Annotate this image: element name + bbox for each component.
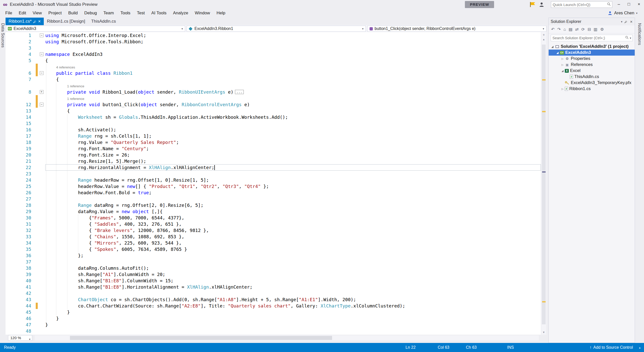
- scrollbar-track[interactable]: [541, 42, 546, 330]
- code-line[interactable]: 18 rng.Value = "Quarterly Sales Report";: [6, 139, 541, 145]
- code-line[interactable]: 2using Microsoft.Office.Tools.Ribbon;: [6, 38, 541, 45]
- fold-gutter[interactable]: −: [38, 51, 45, 57]
- collapse-arrow-icon[interactable]: ◢: [560, 69, 565, 72]
- code-line[interactable]: 34 { "Mirrors", 225, 600, 923, 544 },: [6, 240, 541, 246]
- tree-item-references[interactable]: ▷▣References: [549, 62, 635, 68]
- code-line[interactable]: 7 {: [6, 76, 541, 83]
- solution-explorer-search-input[interactable]: [551, 36, 625, 40]
- menu-item-team[interactable]: Team: [100, 9, 117, 17]
- code-line[interactable]: 32 { "Brake levers", 12000, 8766, 8456, …: [6, 227, 541, 233]
- data-sources-vertical-tab[interactable]: Data Sources: [1, 23, 5, 48]
- new-folder-icon[interactable]: ▤: [569, 27, 572, 32]
- codelens-row[interactable]: 4 references: [6, 64, 541, 70]
- collapse-arrow-icon[interactable]: ◢: [550, 45, 555, 48]
- properties-icon[interactable]: ⚙: [600, 27, 604, 32]
- collapse-arrow-icon[interactable]: ◢: [555, 51, 560, 54]
- collapse-region-icon[interactable]: −: [40, 52, 44, 56]
- zoom-selector[interactable]: 120 % ▾: [8, 335, 32, 341]
- code-line[interactable]: 42: [6, 290, 541, 296]
- tree-item-solution-exceladdin3-1-project[interactable]: ◢Solution 'ExcelAddIn3' (1 project): [549, 44, 635, 50]
- scrollbar-thumb[interactable]: [542, 45, 546, 324]
- menu-item-file[interactable]: File: [2, 9, 15, 17]
- code-line[interactable]: 46 }: [6, 315, 541, 322]
- code-line[interactable]: 35 { "Spokes", 6005, 7634, 4589, 8765 }: [6, 246, 541, 252]
- code-line[interactable]: 12− private void button1_Click(object se…: [6, 101, 541, 108]
- code-line[interactable]: 47}: [6, 322, 541, 328]
- back-icon[interactable]: ↶: [551, 27, 554, 32]
- codelens-references[interactable]: 1 reference: [67, 96, 84, 102]
- code-line[interactable]: 1−using Microsoft.Office.Interop.Excel;: [6, 32, 541, 38]
- menu-item-edit[interactable]: Edit: [15, 9, 29, 17]
- fold-gutter[interactable]: +: [38, 89, 45, 95]
- code-line[interactable]: 5{: [6, 57, 541, 64]
- code-line[interactable]: 44 co.Chart.ChartWizard(Source: sh.Range…: [6, 303, 541, 309]
- quick-launch-input[interactable]: [551, 3, 607, 7]
- chevron-up-icon[interactable]: ▴: [639, 343, 640, 352]
- collapse-all-icon[interactable]: ⊟: [587, 27, 591, 32]
- show-all-files-icon[interactable]: ▥: [594, 27, 597, 32]
- forward-icon[interactable]: ↷: [557, 27, 560, 32]
- code-line[interactable]: 22 rng.HorizontalAlignment = XlHAlign.xl…: [6, 164, 541, 171]
- code-line[interactable]: 20 rng.Font.Size = 26;: [6, 152, 541, 158]
- code-line[interactable]: 30 {"Frames", 5000, 7000, 6544, 4377},: [6, 215, 541, 221]
- tree-item-ribbon1-cs[interactable]: ▷#Ribbon1.cs: [549, 86, 635, 92]
- menu-item-window[interactable]: Window: [191, 9, 213, 17]
- code-line[interactable]: 17 Range rng = sh.Cells[1, 1];: [6, 133, 541, 139]
- code-line[interactable]: 45 }: [6, 309, 541, 315]
- close-button[interactable]: ×: [634, 0, 644, 9]
- menu-item-debug[interactable]: Debug: [81, 9, 100, 17]
- expand-region-icon[interactable]: +: [40, 90, 44, 94]
- menu-item-help[interactable]: Help: [213, 9, 229, 17]
- window-position-icon[interactable]: ▾: [621, 20, 623, 23]
- expand-arrow-icon[interactable]: ▷: [560, 63, 565, 66]
- code-line[interactable]: 31 { "Saddles", 400, 323, 276, 651 },: [6, 221, 541, 227]
- code-line[interactable]: 14 Worksheet sh = Globals.ThisAddIn.Appl…: [6, 114, 541, 120]
- code-line[interactable]: 38 dataRng.Columns.AutoFit();: [6, 265, 541, 271]
- tree-item-exceladdin3-temporarykey-pfx[interactable]: ExcelAddIn3_TemporaryKey.pfx: [549, 80, 635, 86]
- code-line[interactable]: 39 sh.Range["A1"].ColumnWidth = 20;: [6, 271, 541, 278]
- menu-item-build[interactable]: Build: [65, 9, 81, 17]
- close-icon[interactable]: ✕: [630, 20, 633, 24]
- sync-with-active-document-icon[interactable]: ⇄: [575, 27, 579, 32]
- code-line[interactable]: 13 {: [6, 108, 541, 114]
- refresh-icon[interactable]: ⟳: [581, 27, 585, 32]
- code-line[interactable]: 25 headerRow.Value = new[] { "Product", …: [6, 183, 541, 189]
- minimize-button[interactable]: –: [614, 0, 624, 9]
- code-line[interactable]: 41 sh.Range["B1:E8"].HorizontalAlignment…: [6, 284, 541, 290]
- code-line[interactable]: 21 rng.Resize[1, 5].Merge();: [6, 158, 541, 164]
- collapsed-region-box[interactable]: ...: [235, 90, 244, 94]
- expand-arrow-icon[interactable]: ▷: [560, 88, 565, 90]
- code-line[interactable]: 3: [6, 45, 541, 51]
- menu-item-view[interactable]: View: [29, 9, 45, 17]
- pin-icon[interactable]: [34, 21, 36, 22]
- code-line[interactable]: 26 headerRow.Font.Bold = true;: [6, 189, 541, 196]
- codelens-references[interactable]: 4 references: [56, 64, 75, 70]
- notifications-flag-icon[interactable]: [529, 2, 537, 8]
- fold-gutter[interactable]: −: [38, 32, 45, 38]
- menu-item-analyze[interactable]: Analyze: [170, 9, 191, 17]
- code-line[interactable]: 28 Range dataRng = rng.Offset[2, 0].Resi…: [6, 202, 541, 208]
- chevron-down-icon[interactable]: ▾: [630, 36, 631, 40]
- add-to-source-control-button[interactable]: ↑ Add to Source Control: [590, 343, 633, 352]
- collapse-region-icon[interactable]: −: [40, 103, 44, 106]
- code-line[interactable]: 43 ChartObject co = sh.ChartObjects().Ad…: [6, 296, 541, 303]
- type-dropdown[interactable]: ExcelAddIn3.Ribbon1 ▾: [187, 26, 366, 32]
- code-line[interactable]: 4−namespace ExcelAddIn3: [6, 51, 541, 57]
- split-window-handle[interactable]: +: [541, 32, 546, 37]
- document-tab[interactable]: ThisAddIn.cs: [88, 18, 119, 25]
- document-tab[interactable]: Ribbon1.cs*✕: [6, 18, 44, 25]
- document-tab[interactable]: Ribbon1.cs [Design]: [44, 18, 88, 25]
- tree-item-excel[interactable]: ◢XExcel: [549, 68, 635, 74]
- fold-gutter[interactable]: −: [38, 70, 45, 76]
- project-dropdown[interactable]: C# ExcelAddIn3 ▾: [6, 26, 185, 32]
- fold-gutter[interactable]: −: [38, 101, 45, 108]
- code-line[interactable]: 23: [6, 171, 541, 177]
- tree-item-exceladdin3[interactable]: ◢C#ExcelAddIn3: [549, 50, 635, 56]
- user-account[interactable]: Ares Chen ▾: [608, 9, 637, 17]
- menu-item-project[interactable]: Project: [45, 9, 65, 17]
- scroll-up-arrow[interactable]: ▲: [541, 37, 546, 42]
- notifications-vertical-tab[interactable]: Notifications: [637, 23, 642, 45]
- scroll-down-arrow[interactable]: ▼: [541, 330, 546, 335]
- code-line[interactable]: 33 { "Chains", 1550, 1088, 692, 853 },: [6, 233, 541, 240]
- member-dropdown[interactable]: button1_Click(object sender, RibbonContr…: [367, 26, 546, 32]
